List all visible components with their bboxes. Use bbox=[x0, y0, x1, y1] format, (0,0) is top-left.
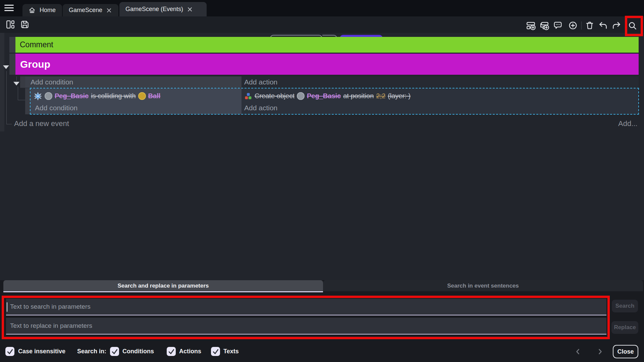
add-condition-label: Add condition bbox=[31, 78, 73, 86]
peg-basic-object-icon bbox=[45, 92, 52, 100]
group-row[interactable]: Group bbox=[15, 54, 639, 75]
comment-text: Comment bbox=[20, 40, 53, 49]
tab-strip: Home GameScene GameScene (Events) bbox=[0, 0, 644, 16]
action-middle: at position bbox=[343, 92, 374, 100]
next-result-button[interactable] bbox=[596, 348, 604, 355]
close-button-label: Close bbox=[617, 348, 634, 355]
conditions-cell[interactable]: Peg_Basic is colliding with Ball Add con… bbox=[30, 88, 241, 114]
tab-label: GameScene (Events) bbox=[125, 6, 183, 13]
home-icon bbox=[29, 7, 36, 14]
add-subevent-icon[interactable] bbox=[540, 21, 549, 30]
add-condition-link[interactable]: Add condition bbox=[34, 102, 241, 113]
case-insensitive-checkbox[interactable] bbox=[5, 347, 14, 356]
create-object-icon bbox=[244, 92, 252, 100]
tree-guide-line bbox=[6, 71, 7, 124]
tree-guide-line bbox=[16, 76, 17, 81]
comment-drag-handle[interactable] bbox=[9, 37, 15, 53]
close-icon[interactable] bbox=[187, 7, 193, 12]
peg-basic-object-icon bbox=[297, 92, 305, 100]
annotation-box-search-icon bbox=[625, 16, 643, 36]
add-circle-icon[interactable] bbox=[568, 21, 578, 30]
toolbar-divider bbox=[581, 21, 582, 29]
event-drag-handle[interactable] bbox=[20, 76, 25, 88]
add-comment-icon[interactable] bbox=[553, 21, 562, 30]
add-new-event-link[interactable]: Add a new event bbox=[14, 119, 69, 128]
group-title: Group bbox=[20, 59, 50, 70]
event-sheet-left-rail bbox=[0, 33, 4, 131]
add-new-event-label: Add a new event bbox=[14, 119, 69, 128]
condition-object1: Peg_Basic bbox=[55, 92, 89, 100]
ball-object-icon bbox=[138, 92, 146, 100]
tab-label: GameScene bbox=[69, 7, 102, 14]
toggle-panels-icon[interactable] bbox=[6, 20, 15, 29]
search-in-label: Search in: bbox=[77, 347, 106, 356]
condition-middle: is colliding with bbox=[91, 92, 136, 100]
tab-gamescene-events[interactable]: GameScene (Events) bbox=[119, 2, 207, 16]
add-action-link[interactable]: Add action bbox=[244, 102, 639, 113]
tab-label: Search in event sentences bbox=[447, 283, 519, 289]
replace-button-label: Replace bbox=[614, 324, 636, 331]
action-object: Peg_Basic bbox=[307, 92, 341, 100]
actions-cell[interactable]: Create object Peg_Basic at position 2;2 … bbox=[241, 88, 639, 114]
tree-guide-corner bbox=[18, 100, 25, 100]
tab-search-event-sentences[interactable]: Search in event sentences bbox=[323, 280, 643, 291]
tree-guide-corner bbox=[6, 124, 12, 124]
close-icon[interactable] bbox=[106, 8, 112, 13]
conditions-checkbox[interactable] bbox=[110, 347, 119, 356]
group-fold-arrow-icon[interactable] bbox=[3, 65, 9, 69]
action-position-value: 2;2 bbox=[376, 92, 385, 100]
save-icon[interactable] bbox=[20, 20, 30, 29]
previous-result-button[interactable] bbox=[574, 348, 582, 355]
subevent-drag-handle[interactable] bbox=[25, 88, 30, 114]
tab-label: Home bbox=[40, 7, 56, 14]
search-button-label: Search bbox=[615, 303, 635, 309]
action-sentence[interactable]: Create object Peg_Basic at position 2;2 … bbox=[244, 90, 639, 102]
active-tab-indicator bbox=[3, 291, 323, 292]
hamburger-menu-button[interactable] bbox=[4, 5, 14, 12]
actions-checkbox[interactable] bbox=[167, 347, 176, 356]
action-prefix: Create object bbox=[255, 92, 294, 100]
selected-event[interactable]: Peg_Basic is colliding with Ball Add con… bbox=[30, 88, 639, 114]
group-drag-handle[interactable] bbox=[9, 54, 15, 75]
texts-label: Texts bbox=[223, 347, 239, 356]
close-button[interactable]: Close bbox=[613, 345, 638, 358]
add-action-label: Add action bbox=[244, 78, 277, 86]
add-action-link[interactable]: Add action bbox=[241, 76, 639, 88]
undo-icon[interactable] bbox=[598, 21, 608, 30]
tab-home[interactable]: Home bbox=[22, 4, 62, 16]
collision-icon bbox=[34, 92, 42, 101]
tree-guide-line bbox=[18, 86, 18, 100]
add-condition-link[interactable]: Add condition bbox=[25, 76, 241, 88]
add-more-link[interactable]: Add... bbox=[618, 119, 637, 128]
search-button[interactable]: Search bbox=[612, 300, 638, 312]
replace-button[interactable]: Replace bbox=[611, 321, 638, 334]
conditions-label: Conditions bbox=[122, 347, 154, 356]
add-action-label: Add action bbox=[244, 104, 277, 112]
trash-icon[interactable] bbox=[585, 21, 594, 30]
events-toolbar: Preview Publish bbox=[0, 16, 644, 33]
event-fold-arrow-icon[interactable] bbox=[13, 82, 19, 85]
annotation-box-inputs bbox=[2, 296, 610, 339]
tab-label: Search and replace in parameters bbox=[117, 283, 209, 289]
redo-icon[interactable] bbox=[612, 21, 621, 30]
add-event-icon[interactable] bbox=[526, 21, 536, 30]
condition-object2: Ball bbox=[148, 92, 161, 100]
tab-search-replace-parameters[interactable]: Search and replace in parameters bbox=[3, 280, 323, 291]
texts-checkbox[interactable] bbox=[211, 347, 220, 356]
tab-gamescene[interactable]: GameScene bbox=[63, 4, 118, 16]
add-condition-label: Add condition bbox=[35, 104, 77, 112]
gdevelop-window: Home GameScene GameScene (Events) bbox=[0, 0, 644, 362]
comment-row[interactable]: Comment bbox=[15, 37, 639, 53]
actions-label: Actions bbox=[179, 347, 201, 356]
condition-sentence[interactable]: Peg_Basic is colliding with Ball bbox=[34, 90, 241, 102]
action-suffix: (layer: ) bbox=[388, 92, 411, 100]
add-more-label: Add... bbox=[618, 119, 637, 128]
case-insensitive-label: Case insensitive bbox=[18, 347, 65, 356]
